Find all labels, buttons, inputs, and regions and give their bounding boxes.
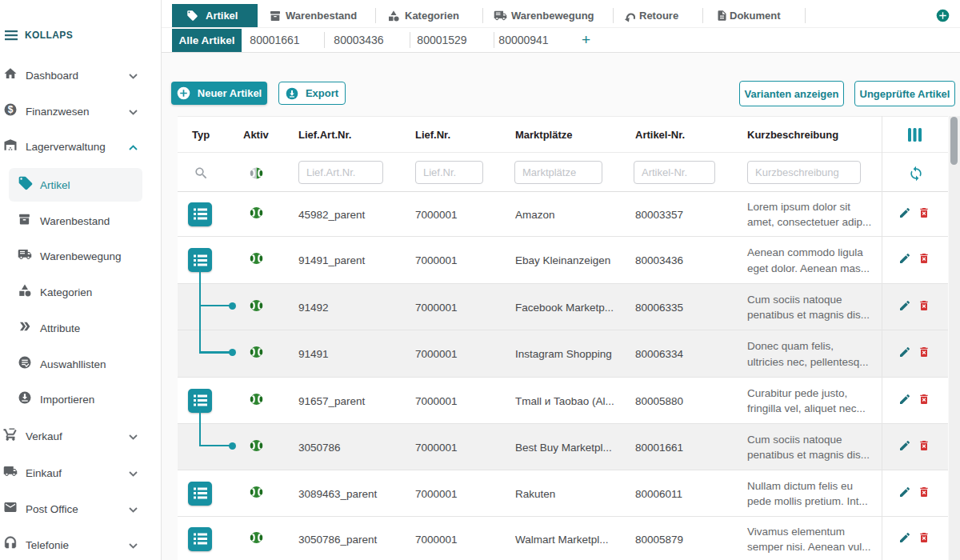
svg-text:$: $ xyxy=(8,104,14,115)
